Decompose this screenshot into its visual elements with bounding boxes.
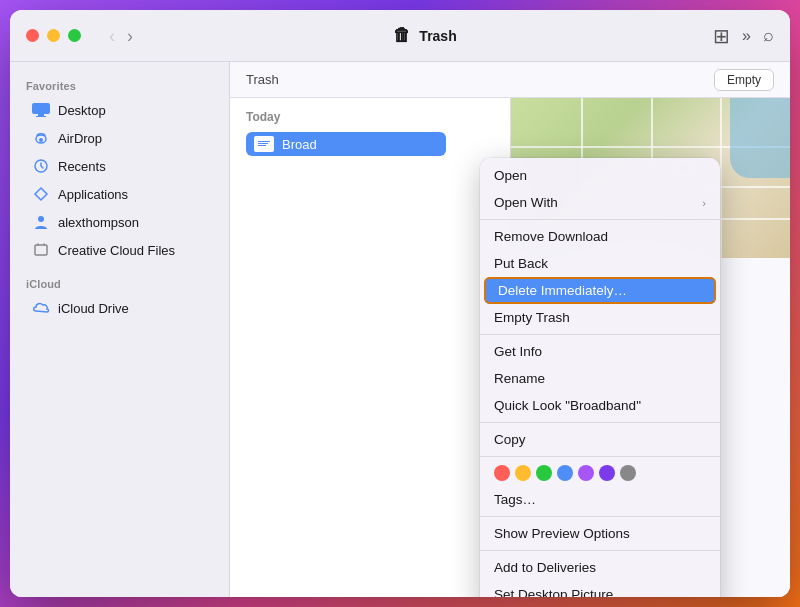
- sidebar-item-user-label: alexthompson: [58, 215, 139, 230]
- separator-3: [480, 422, 720, 423]
- sidebar-item-recents[interactable]: Recents: [16, 152, 223, 180]
- finder-window: ‹ › 🗑 Trash ⊞ » ⌕ Favorites Desktop: [10, 10, 790, 597]
- ctx-open-with-arrow: ›: [702, 197, 706, 209]
- svg-rect-9: [258, 141, 270, 142]
- ctx-quick-look[interactable]: Quick Look "Broadband": [480, 392, 720, 419]
- finder-main: Trash Empty Today Broad: [230, 62, 790, 597]
- forward-button[interactable]: ›: [123, 25, 137, 47]
- recents-icon: [32, 157, 50, 175]
- close-button[interactable]: [26, 29, 39, 42]
- tag-blue[interactable]: [557, 465, 573, 481]
- ctx-open-with-label: Open With: [494, 195, 558, 210]
- svg-rect-11: [258, 145, 266, 146]
- ctx-get-info[interactable]: Get Info: [480, 338, 720, 365]
- separator-1: [480, 219, 720, 220]
- tag-green[interactable]: [536, 465, 552, 481]
- icloud-label: iCloud: [10, 272, 229, 294]
- airdrop-icon: [32, 129, 50, 147]
- ctx-tags-row: [480, 460, 720, 486]
- applications-icon: [32, 185, 50, 203]
- ctx-copy[interactable]: Copy: [480, 426, 720, 453]
- finder-location: Trash: [246, 72, 279, 87]
- ctx-add-deliveries[interactable]: Add to Deliveries: [480, 554, 720, 581]
- ctx-open-with[interactable]: Open With ›: [480, 189, 720, 216]
- sidebar-item-icloud-drive[interactable]: iCloud Drive: [16, 294, 223, 322]
- svg-rect-2: [36, 116, 46, 117]
- ctx-remove-download[interactable]: Remove Download: [480, 223, 720, 250]
- more-options-icon[interactable]: »: [742, 27, 751, 45]
- nav-buttons: ‹ ›: [105, 25, 137, 47]
- ctx-tags-label: Tags…: [494, 492, 536, 507]
- sidebar: Favorites Desktop AirDrop Recents: [10, 62, 230, 597]
- tag-indigo[interactable]: [599, 465, 615, 481]
- tag-purple[interactable]: [578, 465, 594, 481]
- sidebar-item-applications-label: Applications: [58, 187, 128, 202]
- sidebar-item-airdrop[interactable]: AirDrop: [16, 124, 223, 152]
- ctx-put-back[interactable]: Put Back: [480, 250, 720, 277]
- icloud-drive-icon: [32, 299, 50, 317]
- sidebar-item-user[interactable]: alexthompson: [16, 208, 223, 236]
- ctx-open[interactable]: Open: [480, 162, 720, 189]
- ctx-delete-immediately[interactable]: Delete Immediately…: [484, 277, 716, 304]
- sidebar-item-desktop-label: Desktop: [58, 103, 106, 118]
- ctx-quick-look-label: Quick Look "Broadband": [494, 398, 641, 413]
- ctx-set-desktop[interactable]: Set Desktop Picture: [480, 581, 720, 597]
- file-name: Broad: [282, 137, 317, 152]
- desktop-icon: [32, 101, 50, 119]
- maximize-button[interactable]: [68, 29, 81, 42]
- tag-gray[interactable]: [620, 465, 636, 481]
- ctx-show-preview[interactable]: Show Preview Options: [480, 520, 720, 547]
- finder-content: Today Broad: [230, 98, 790, 597]
- ctx-set-desktop-label: Set Desktop Picture: [494, 587, 613, 597]
- file-item-broadband[interactable]: Broad: [246, 132, 446, 156]
- sidebar-item-creative-cloud[interactable]: Creative Cloud Files: [16, 236, 223, 264]
- tag-red[interactable]: [494, 465, 510, 481]
- sidebar-item-desktop[interactable]: Desktop: [16, 96, 223, 124]
- ctx-show-preview-label: Show Preview Options: [494, 526, 630, 541]
- ctx-remove-download-label: Remove Download: [494, 229, 608, 244]
- finder-toolbar: Trash Empty: [230, 62, 790, 98]
- creative-cloud-icon: [32, 241, 50, 259]
- separator-5: [480, 516, 720, 517]
- traffic-lights: [26, 29, 81, 42]
- user-icon: [32, 213, 50, 231]
- sidebar-item-airdrop-label: AirDrop: [58, 131, 102, 146]
- svg-rect-10: [258, 143, 268, 144]
- svg-rect-0: [32, 103, 50, 114]
- titlebar: ‹ › 🗑 Trash ⊞ » ⌕: [10, 10, 790, 62]
- sidebar-item-applications[interactable]: Applications: [16, 180, 223, 208]
- sidebar-item-recents-label: Recents: [58, 159, 106, 174]
- ctx-rename-label: Rename: [494, 371, 545, 386]
- ctx-add-deliveries-label: Add to Deliveries: [494, 560, 596, 575]
- sidebar-item-creative-cloud-label: Creative Cloud Files: [58, 243, 175, 258]
- favorites-label: Favorites: [10, 74, 229, 96]
- window-title: 🗑 Trash: [149, 25, 701, 46]
- ctx-empty-trash-label: Empty Trash: [494, 310, 570, 325]
- ctx-put-back-label: Put Back: [494, 256, 548, 271]
- svg-point-4: [39, 138, 43, 142]
- ctx-get-info-label: Get Info: [494, 344, 542, 359]
- separator-4: [480, 456, 720, 457]
- file-type-icon: [254, 136, 274, 152]
- svg-rect-1: [38, 114, 44, 116]
- ctx-rename[interactable]: Rename: [480, 365, 720, 392]
- toolbar-right: ⊞ » ⌕: [713, 24, 774, 48]
- search-icon[interactable]: ⌕: [763, 25, 774, 46]
- ctx-copy-label: Copy: [494, 432, 526, 447]
- minimize-button[interactable]: [47, 29, 60, 42]
- ctx-delete-label: Delete Immediately…: [498, 283, 627, 298]
- sidebar-item-icloud-label: iCloud Drive: [58, 301, 129, 316]
- ctx-empty-trash[interactable]: Empty Trash: [480, 304, 720, 331]
- separator-2: [480, 334, 720, 335]
- title-text: Trash: [419, 28, 456, 44]
- content-area: Favorites Desktop AirDrop Recents: [10, 62, 790, 597]
- ctx-tags[interactable]: Tags…: [480, 486, 720, 513]
- empty-button[interactable]: Empty: [714, 69, 774, 91]
- separator-6: [480, 550, 720, 551]
- back-button[interactable]: ‹: [105, 25, 119, 47]
- view-toggle-icon[interactable]: ⊞: [713, 24, 730, 48]
- tag-orange[interactable]: [515, 465, 531, 481]
- context-menu: Open Open With › Remove Download Put Bac…: [480, 158, 720, 597]
- ctx-open-label: Open: [494, 168, 527, 183]
- svg-rect-8: [257, 139, 271, 150]
